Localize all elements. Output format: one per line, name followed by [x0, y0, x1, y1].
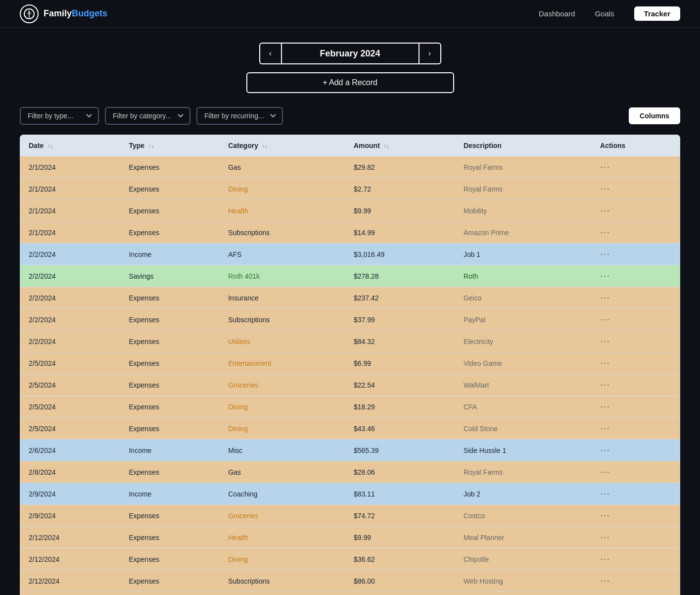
table-row: 2/5/2024 Expenses Dining $43.46 Cold Sto…: [20, 418, 680, 440]
cell-category: Coaching: [219, 483, 345, 505]
cell-amount: $22.54: [345, 374, 455, 396]
cell-description: PayPal: [455, 309, 591, 331]
cell-type: Expenses: [120, 178, 219, 200]
recurring-filter[interactable]: Filter by recurring...: [196, 107, 283, 125]
category-sort-icon: ↑↓: [262, 143, 268, 149]
cell-type: Expenses: [120, 418, 219, 440]
cell-category: Health: [219, 527, 345, 548]
cell-date: 2/12/2024: [20, 592, 120, 595]
cell-amount: $37.99: [345, 309, 455, 331]
next-month-button[interactable]: ›: [420, 43, 441, 64]
cell-description: CFA: [455, 396, 591, 418]
cell-date: 2/12/2024: [20, 570, 120, 592]
cell-type: Savings: [120, 265, 219, 287]
cell-actions[interactable]: ···: [591, 287, 680, 309]
cell-type: Expenses: [120, 461, 219, 483]
table-row: 2/1/2024 Expenses Gas $29.82 Royal Farms…: [20, 156, 680, 178]
col-date[interactable]: Date ↑↓: [20, 135, 120, 156]
cell-actions[interactable]: ···: [591, 309, 680, 331]
cell-amount: $9.99: [345, 527, 455, 548]
cell-actions[interactable]: ···: [591, 461, 680, 483]
amount-sort-icon: ↑↓: [384, 143, 389, 149]
cell-actions[interactable]: ···: [591, 440, 680, 461]
cell-description: Mobility: [455, 200, 591, 222]
cell-date: 2/12/2024: [20, 548, 120, 570]
category-filter[interactable]: Filter by category...: [105, 107, 190, 125]
cell-category: Dining: [219, 548, 345, 570]
col-description: Description: [455, 135, 591, 156]
cell-actions[interactable]: ···: [591, 418, 680, 440]
cell-category: Groceries: [219, 374, 345, 396]
cell-actions[interactable]: ···: [591, 222, 680, 244]
prev-month-button[interactable]: ‹: [259, 43, 281, 64]
table-row: 2/6/2024 Income Misc $565.39 Side Hussle…: [20, 440, 680, 461]
nav-links: Dashboard Goals Tracker: [539, 6, 680, 21]
cell-actions[interactable]: ···: [591, 527, 680, 548]
cell-amount: $1.99: [345, 592, 455, 595]
table-row: 2/12/2024 Expenses Health $9.99 Meal Pla…: [20, 527, 680, 548]
cell-description: Cold Stone: [455, 418, 591, 440]
col-type[interactable]: Type ↑↓: [120, 135, 219, 156]
cell-actions[interactable]: ···: [591, 265, 680, 287]
cell-date: 2/5/2024: [20, 396, 120, 418]
cell-actions[interactable]: ···: [591, 178, 680, 200]
cell-date: 2/5/2024: [20, 418, 120, 440]
cell-amount: $28.06: [345, 461, 455, 483]
cell-actions[interactable]: ···: [591, 396, 680, 418]
cell-description: Royal Farms: [455, 178, 591, 200]
cell-amount: $237.42: [345, 287, 455, 309]
cell-category: Gas: [219, 156, 345, 178]
cell-date: 2/2/2024: [20, 331, 120, 352]
logo: FamilyBudgets: [20, 4, 107, 23]
cell-type: Expenses: [120, 222, 219, 244]
cell-amount: $83.11: [345, 483, 455, 505]
cell-category: Utilities: [219, 331, 345, 352]
cell-category: Dining: [219, 396, 345, 418]
cell-category: Health: [219, 200, 345, 222]
cell-actions[interactable]: ···: [591, 374, 680, 396]
cell-date: 2/9/2024: [20, 505, 120, 527]
cell-description: Meal Planner: [455, 527, 591, 548]
cell-category: Subscriptions: [219, 570, 345, 592]
cell-actions[interactable]: ···: [591, 352, 680, 374]
cell-actions[interactable]: ···: [591, 548, 680, 570]
nav-dashboard[interactable]: Dashboard: [539, 9, 575, 18]
nav-tracker[interactable]: Tracker: [634, 6, 680, 21]
columns-button[interactable]: Columns: [629, 107, 680, 124]
cell-amount: $3,016.49: [345, 244, 455, 265]
cell-category: Dining: [219, 178, 345, 200]
cell-actions[interactable]: ···: [591, 200, 680, 222]
cell-description: Side Hussle 1: [455, 440, 591, 461]
cell-category: Dining: [219, 418, 345, 440]
cell-date: 2/1/2024: [20, 222, 120, 244]
cell-actions[interactable]: ···: [591, 244, 680, 265]
date-sort-icon: ↑↓: [47, 143, 53, 149]
filters-row: Filter by type... Filter by category... …: [20, 107, 680, 125]
nav-goals[interactable]: Goals: [595, 9, 614, 18]
cell-description: WalMart: [455, 374, 591, 396]
cell-type: Income: [120, 483, 219, 505]
cell-date: 2/12/2024: [20, 527, 120, 548]
cell-category: Misc: [219, 440, 345, 461]
table-row: 2/9/2024 Expenses Groceries $74.72 Costc…: [20, 505, 680, 527]
cell-category: Roth 401k: [219, 265, 345, 287]
col-amount[interactable]: Amount ↑↓: [345, 135, 455, 156]
cell-actions[interactable]: ···: [591, 505, 680, 527]
add-record-button[interactable]: + Add a Record: [246, 72, 454, 93]
cell-actions[interactable]: ···: [591, 331, 680, 352]
cell-actions[interactable]: ···: [591, 156, 680, 178]
cell-actions[interactable]: ···: [591, 592, 680, 595]
cell-actions[interactable]: ···: [591, 483, 680, 505]
logo-text: FamilyBudgets: [44, 8, 107, 19]
col-category[interactable]: Category ↑↓: [219, 135, 345, 156]
type-sort-icon: ↑↓: [148, 143, 154, 149]
cell-actions[interactable]: ···: [591, 570, 680, 592]
type-filter[interactable]: Filter by type...: [20, 107, 99, 125]
table-row: 2/1/2024 Expenses Dining $2.72 Royal Far…: [20, 178, 680, 200]
cell-amount: $29.82: [345, 156, 455, 178]
table-row: 2/2/2024 Savings Roth 401k $278.28 Roth …: [20, 265, 680, 287]
table-row: 2/8/2024 Expenses Gas $28.06 Royal Farms…: [20, 461, 680, 483]
records-table: Date ↑↓ Type ↑↓ Category ↑↓ Amount ↑↓ De…: [20, 135, 680, 595]
table-row: 2/2/2024 Expenses Insurance $237.42 Geic…: [20, 287, 680, 309]
cell-description: Geico: [455, 287, 591, 309]
